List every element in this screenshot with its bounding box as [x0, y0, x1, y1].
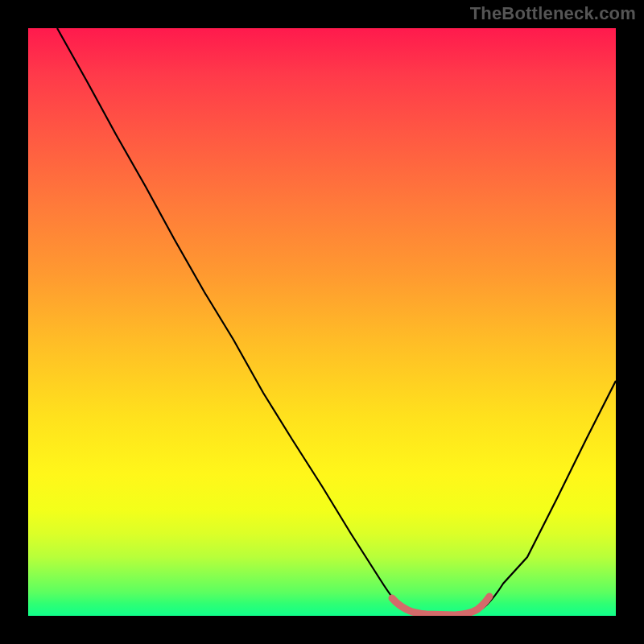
- bottleneck-curve: [57, 28, 616, 616]
- plot-area: [28, 28, 616, 616]
- watermark-text: TheBottleneck.com: [470, 3, 636, 24]
- curve-layer: [28, 28, 616, 616]
- optimal-zone-highlight: [392, 597, 489, 615]
- chart-frame: TheBottleneck.com: [0, 0, 644, 644]
